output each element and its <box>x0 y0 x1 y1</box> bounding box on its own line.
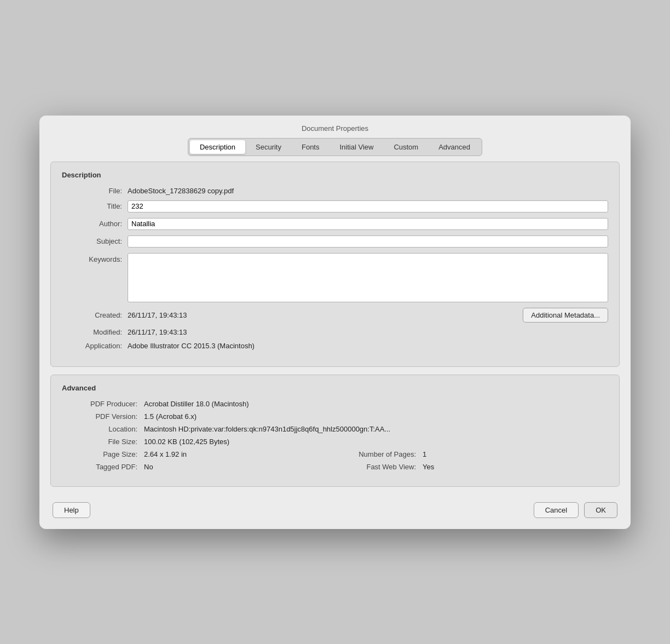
num-pages-value: 1 <box>423 450 426 458</box>
page-size-left: Page Size: 2.64 x 1.92 in <box>62 450 335 458</box>
keywords-row: Keywords: <box>62 253 608 302</box>
application-row: Application: Adobe Illustrator CC 2015.3… <box>62 342 608 350</box>
pdf-version-row: PDF Version: 1.5 (Acrobat 6.x) <box>62 412 608 421</box>
created-left: Created: 26/11/17, 19:43:13 <box>62 311 187 319</box>
tagged-pdf-left: Tagged PDF: No <box>62 463 335 471</box>
description-section-title: Description <box>62 171 608 179</box>
cancel-button[interactable]: Cancel <box>534 502 579 518</box>
tab-fonts[interactable]: Fonts <box>292 140 330 154</box>
advanced-section: Advanced PDF Producer: Acrobat Distiller… <box>50 375 620 487</box>
ok-button[interactable]: OK <box>584 502 617 518</box>
application-value: Adobe Illustrator CC 2015.3 (Macintosh) <box>128 342 608 350</box>
title-label: Title: <box>62 202 128 210</box>
fast-web-right: Fast Web View: Yes <box>335 463 608 471</box>
keywords-textarea[interactable] <box>128 253 608 302</box>
file-size-value: 100.02 KB (102,425 Bytes) <box>144 438 608 446</box>
file-value: AdobeStock_172838629 copy.pdf <box>128 187 608 195</box>
author-row: Author: <box>62 218 608 230</box>
tagged-pdf-label: Tagged PDF: <box>62 463 144 471</box>
subject-label: Subject: <box>62 237 128 245</box>
page-size-label: Page Size: <box>62 450 144 458</box>
modified-value: 26/11/17, 19:43:13 <box>128 328 608 336</box>
tagged-pdf-value: No <box>144 463 335 471</box>
pdf-version-value: 1.5 (Acrobat 6.x) <box>144 412 608 421</box>
page-size-value: 2.64 x 1.92 in <box>144 450 335 458</box>
tab-initial-view[interactable]: Initial View <box>330 140 383 154</box>
help-button[interactable]: Help <box>53 502 90 518</box>
pdf-producer-row: PDF Producer: Acrobat Distiller 18.0 (Ma… <box>62 400 608 408</box>
created-row: Created: 26/11/17, 19:43:13 Additional M… <box>62 308 608 323</box>
file-size-row: File Size: 100.02 KB (102,425 Bytes) <box>62 438 608 446</box>
subject-row: Subject: <box>62 235 608 248</box>
pdf-version-label: PDF Version: <box>62 412 144 421</box>
pdf-producer-label: PDF Producer: <box>62 400 144 408</box>
location-value: Macintosh HD:private:var:folders:qk:n974… <box>144 425 608 433</box>
num-pages-label: Number of Pages: <box>335 450 423 458</box>
created-label: Created: <box>62 311 128 319</box>
page-size-row: Page Size: 2.64 x 1.92 in Number of Page… <box>62 450 608 458</box>
description-section: Description File: AdobeStock_172838629 c… <box>50 162 620 367</box>
fast-web-label: Fast Web View: <box>335 463 423 471</box>
file-label: File: <box>62 187 128 195</box>
created-value: 26/11/17, 19:43:13 <box>128 311 187 319</box>
document-properties-dialog: Document Properties Description Security… <box>39 116 631 529</box>
bottom-right-buttons: Cancel OK <box>534 502 617 518</box>
fast-web-value: Yes <box>423 463 434 471</box>
advanced-section-title: Advanced <box>62 384 608 392</box>
title-input[interactable] <box>128 200 608 212</box>
file-size-label: File Size: <box>62 438 144 446</box>
tab-description[interactable]: Description <box>190 140 245 154</box>
subject-input[interactable] <box>128 235 608 248</box>
bottom-bar: Help Cancel OK <box>39 495 631 518</box>
num-pages-right: Number of Pages: 1 <box>335 450 608 458</box>
modified-row: Modified: 26/11/17, 19:43:13 <box>62 328 608 336</box>
location-label: Location: <box>62 425 144 433</box>
tab-group: Description Security Fonts Initial View … <box>188 138 482 156</box>
title-row: Title: <box>62 200 608 212</box>
author-input[interactable] <box>128 218 608 230</box>
author-label: Author: <box>62 220 128 228</box>
additional-metadata-button[interactable]: Additional Metadata... <box>523 308 608 323</box>
tagged-pdf-row: Tagged PDF: No Fast Web View: Yes <box>62 463 608 471</box>
modified-label: Modified: <box>62 328 128 336</box>
tab-advanced-tab[interactable]: Advanced <box>429 140 480 154</box>
application-label: Application: <box>62 342 128 350</box>
tab-security[interactable]: Security <box>246 140 291 154</box>
file-row: File: AdobeStock_172838629 copy.pdf <box>62 187 608 195</box>
tabs-bar: Description Security Fonts Initial View … <box>50 138 620 156</box>
content-area: Description File: AdobeStock_172838629 c… <box>50 162 620 487</box>
tab-custom[interactable]: Custom <box>384 140 428 154</box>
location-row: Location: Macintosh HD:private:var:folde… <box>62 425 608 433</box>
pdf-producer-value: Acrobat Distiller 18.0 (Macintosh) <box>144 400 608 408</box>
dialog-title: Document Properties <box>39 116 631 138</box>
keywords-label: Keywords: <box>62 253 128 263</box>
